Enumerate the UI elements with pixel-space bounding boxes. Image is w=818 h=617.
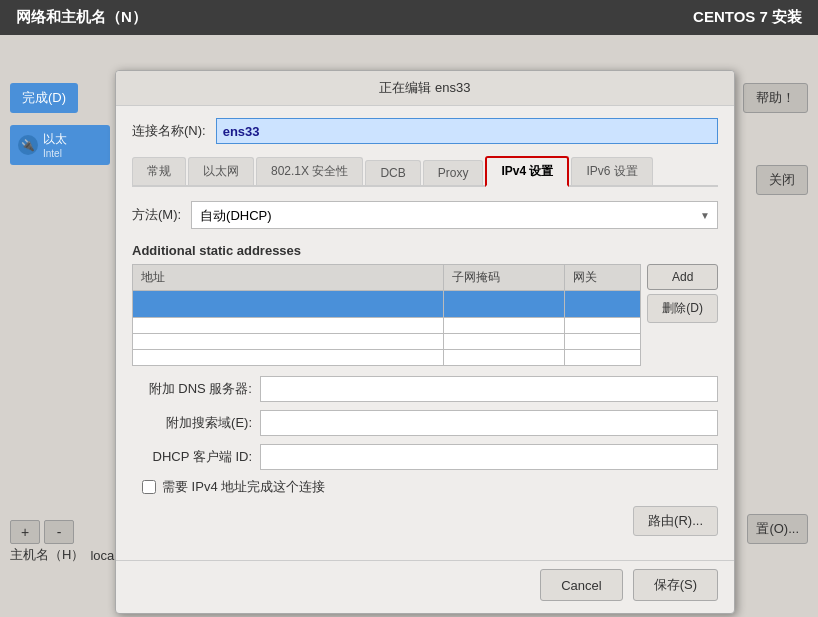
method-select[interactable]: 自动(DHCP) 手动 禁用 [191, 201, 718, 229]
tab-dcb[interactable]: DCB [365, 160, 420, 185]
address-input[interactable] [137, 293, 439, 315]
method-row: 方法(M): 自动(DHCP) 手动 禁用 [132, 201, 718, 229]
method-select-wrapper: 自动(DHCP) 手动 禁用 [191, 201, 718, 229]
close-button[interactable]: 关闭 [756, 165, 808, 195]
complete-button[interactable]: 完成(D) [10, 83, 78, 113]
save-button[interactable]: 保存(S) [633, 569, 718, 601]
dhcp-label: DHCP 客户端 ID: [132, 448, 252, 466]
delete-address-button[interactable]: 删除(D) [647, 294, 718, 323]
tab-ipv4[interactable]: IPv4 设置 [485, 156, 569, 187]
table-row-empty3 [133, 350, 641, 366]
dns-label: 附加 DNS 服务器: [132, 380, 252, 398]
add-address-button[interactable]: Add [647, 264, 718, 290]
tab-ipv6[interactable]: IPv6 设置 [571, 157, 652, 185]
dhcp-input[interactable] [260, 444, 718, 470]
col-subnet: 子网掩码 [443, 265, 564, 291]
conn-name-label: 连接名称(N): [132, 122, 206, 140]
cancel-button[interactable]: Cancel [540, 569, 622, 601]
dialog-title: 正在编辑 ens33 [116, 71, 734, 106]
conn-name-input[interactable] [216, 118, 718, 144]
section-title: Additional static addresses [132, 243, 718, 258]
checkbox-row: 需要 IPv4 地址完成这个连接 [142, 478, 718, 496]
col-address: 地址 [133, 265, 444, 291]
top-bar: 网络和主机名（N） CENTOS 7 安装 [0, 0, 818, 35]
dns-input[interactable] [260, 376, 718, 402]
main-window: 网络和主机名（N） CENTOS 7 安装 完成(D) 帮助！ 🔌 以太 Int… [0, 0, 818, 617]
address-table-area: 地址 子网掩码 网关 [132, 264, 641, 368]
tab-proxy[interactable]: Proxy [423, 160, 484, 185]
subnet-cell [443, 291, 564, 318]
table-row-empty2 [133, 334, 641, 350]
top-bar-os: CENTOS 7 安装 [693, 8, 802, 27]
tab-security[interactable]: 802.1X 安全性 [256, 157, 363, 185]
address-table: 地址 子网掩码 网关 [132, 264, 641, 366]
tabs-bar: 常规 以太网 802.1X 安全性 DCB Proxy IP [132, 156, 718, 187]
route-row: 路由(R)... [132, 506, 718, 536]
address-cell[interactable] [133, 291, 444, 318]
sidebar-item-label: 以太 [43, 131, 67, 148]
table-row[interactable] [133, 291, 641, 318]
method-label: 方法(M): [132, 206, 181, 224]
dialog-body: 连接名称(N): 常规 以太网 802.1X 安全性 DCB [116, 106, 734, 560]
help-button[interactable]: 帮助！ [743, 83, 808, 113]
add-network-button[interactable]: + [10, 520, 40, 544]
search-row: 附加搜索域(E): [132, 410, 718, 436]
table-wrapper: 地址 子网掩码 网关 [132, 264, 718, 368]
dialog-footer: Cancel 保存(S) [116, 560, 734, 613]
search-input[interactable] [260, 410, 718, 436]
edit-dialog: 正在编辑 ens33 连接名称(N): 常规 以太网 [115, 70, 735, 614]
dhcp-row: DHCP 客户端 ID: [132, 444, 718, 470]
tab-general[interactable]: 常规 [132, 157, 186, 185]
network-icon: 🔌 [18, 135, 38, 155]
gateway-cell [564, 291, 640, 318]
checkbox-label: 需要 IPv4 地址完成这个连接 [162, 478, 325, 496]
ipv4-required-checkbox[interactable] [142, 480, 156, 494]
search-label: 附加搜索域(E): [132, 414, 252, 432]
route-button[interactable]: 路由(R)... [633, 506, 718, 536]
top-bar-title: 网络和主机名（N） [16, 8, 147, 27]
bg-content: 完成(D) 帮助！ 🔌 以太 Intel + - 置(O)... 关闭 主机名（… [0, 35, 818, 614]
table-buttons: Add 删除(D) [647, 264, 718, 368]
tab-ethernet[interactable]: 以太网 [188, 157, 254, 185]
remove-network-button[interactable]: - [44, 520, 74, 544]
connection-name-row: 连接名称(N): [132, 118, 718, 144]
sidebar-network-item[interactable]: 🔌 以太 Intel [10, 125, 110, 165]
table-row-empty1 [133, 318, 641, 334]
hostname-label: 主机名（H） [10, 546, 84, 564]
settings-button[interactable]: 置(O)... [747, 514, 808, 544]
sidebar-item-sublabel: Intel [43, 148, 67, 159]
col-gateway: 网关 [564, 265, 640, 291]
dns-row: 附加 DNS 服务器: [132, 376, 718, 402]
